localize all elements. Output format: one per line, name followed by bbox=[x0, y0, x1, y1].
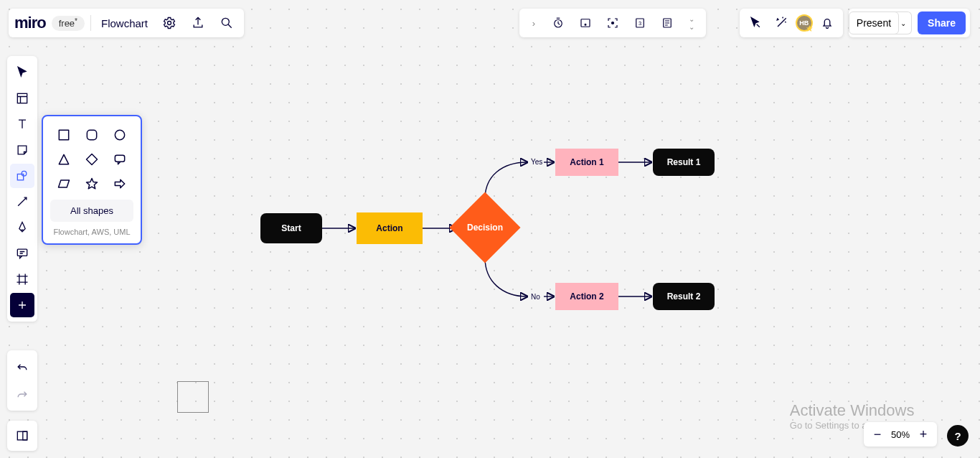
node-action-2[interactable]: Action 2 bbox=[555, 283, 618, 310]
select-tool[interactable] bbox=[10, 60, 34, 85]
shape-star[interactable] bbox=[83, 175, 100, 192]
svg-point-17 bbox=[115, 130, 124, 139]
zoom-in-button[interactable]: + bbox=[915, 426, 931, 442]
node-result-2[interactable]: Result 2 bbox=[653, 283, 715, 310]
collapse-chevron-icon[interactable]: › bbox=[525, 18, 542, 29]
comment-tool[interactable] bbox=[10, 241, 34, 266]
shapes-hint: Flowchart, AWS, UML bbox=[50, 228, 133, 236]
shape-diamond[interactable] bbox=[83, 151, 100, 168]
shape-circle[interactable] bbox=[111, 126, 128, 144]
node-result-1[interactable]: Result 1 bbox=[653, 149, 715, 176]
watermark-title: Activate Windows bbox=[790, 401, 937, 420]
shapes-panel: All shapes Flowchart, AWS, UML bbox=[42, 115, 142, 245]
minimap-toggle[interactable] bbox=[7, 421, 37, 451]
node-action-1[interactable]: Action 1 bbox=[555, 149, 618, 176]
svg-rect-15 bbox=[60, 130, 69, 139]
frame-tool[interactable] bbox=[10, 267, 34, 291]
hide-icon[interactable] bbox=[574, 11, 597, 34]
decision-label: Decision bbox=[467, 223, 503, 233]
note-icon[interactable] bbox=[656, 11, 679, 34]
share-button[interactable]: Share bbox=[918, 11, 966, 34]
logo[interactable]: miro bbox=[14, 14, 46, 32]
svg-text:3: 3 bbox=[639, 20, 641, 27]
timer-icon[interactable] bbox=[547, 11, 570, 34]
cursor-tool-icon[interactable] bbox=[744, 11, 767, 34]
connector-tool[interactable] bbox=[10, 190, 34, 214]
all-shapes-button[interactable]: All shapes bbox=[50, 200, 133, 222]
shape-rounded-square[interactable] bbox=[83, 126, 100, 144]
help-button[interactable]: ? bbox=[947, 425, 969, 447]
settings-icon[interactable] bbox=[158, 11, 181, 34]
avatar-initials: HB bbox=[799, 19, 809, 27]
zoom-bar: − 50% + bbox=[864, 422, 937, 447]
header-center: › 3 ⌄⌄ bbox=[519, 9, 706, 37]
svg-rect-12 bbox=[17, 249, 27, 256]
avatar[interactable]: HB bbox=[796, 14, 813, 32]
svg-point-0 bbox=[168, 22, 171, 25]
pen-tool[interactable] bbox=[10, 215, 34, 240]
shape-triangle[interactable] bbox=[55, 151, 72, 168]
svg-point-5 bbox=[612, 22, 614, 24]
plan-badge[interactable]: free bbox=[52, 16, 85, 31]
export-icon[interactable] bbox=[187, 11, 209, 34]
undo-redo-bar bbox=[7, 350, 37, 411]
left-toolbar bbox=[7, 56, 37, 322]
canvas[interactable]: miro free Flowchart › 3 ⌄⌄ HB Presen bbox=[0, 0, 980, 458]
shape-square[interactable] bbox=[55, 126, 72, 144]
svg-rect-18 bbox=[115, 155, 124, 162]
edge-label-no: No bbox=[531, 293, 540, 301]
header-right: HB Present ⌄ Share bbox=[740, 9, 970, 37]
search-icon[interactable] bbox=[215, 11, 238, 34]
shapes-tool[interactable] bbox=[10, 164, 34, 188]
svg-point-4 bbox=[585, 24, 586, 25]
node-decision[interactable]: Decision bbox=[451, 193, 519, 262]
zoom-out-button[interactable]: − bbox=[870, 426, 885, 442]
text-tool[interactable] bbox=[10, 112, 34, 136]
voting-icon[interactable]: 3 bbox=[628, 11, 651, 34]
board-title[interactable]: Flowchart bbox=[97, 17, 152, 29]
zoom-value[interactable]: 50% bbox=[891, 429, 910, 440]
undo-button[interactable] bbox=[10, 355, 34, 379]
more-apps-icon[interactable]: ⌄⌄ bbox=[683, 15, 700, 31]
template-tool[interactable] bbox=[10, 86, 34, 111]
present-share-group: Present ⌄ Share bbox=[849, 9, 970, 37]
more-tools[interactable] bbox=[10, 293, 34, 317]
svg-rect-13 bbox=[17, 431, 27, 440]
notifications-icon[interactable] bbox=[816, 11, 839, 34]
present-dropdown[interactable]: ⌄ bbox=[895, 11, 912, 34]
svg-rect-9 bbox=[17, 93, 27, 103]
node-action[interactable]: Action bbox=[357, 212, 423, 244]
reactions-icon[interactable] bbox=[770, 11, 793, 34]
svg-point-11 bbox=[22, 171, 27, 176]
svg-point-1 bbox=[222, 18, 229, 25]
redo-button[interactable] bbox=[10, 382, 34, 406]
divider bbox=[90, 15, 91, 31]
sticky-note-tool[interactable] bbox=[10, 138, 34, 162]
present-button[interactable]: Present bbox=[849, 11, 899, 34]
selection-rectangle[interactable] bbox=[177, 381, 209, 413]
present-label: Present bbox=[857, 17, 891, 29]
shape-speech-bubble[interactable] bbox=[111, 151, 128, 168]
focus-icon[interactable] bbox=[601, 11, 624, 34]
shape-arrow-right[interactable] bbox=[111, 175, 128, 192]
svg-rect-16 bbox=[87, 130, 96, 139]
svg-rect-14 bbox=[23, 431, 27, 440]
node-start[interactable]: Start bbox=[260, 213, 322, 243]
shape-parallelogram[interactable] bbox=[55, 175, 72, 192]
edge-label-yes: Yes bbox=[531, 158, 542, 166]
collab-group: HB bbox=[740, 9, 843, 37]
header-left: miro free Flowchart bbox=[9, 9, 244, 37]
